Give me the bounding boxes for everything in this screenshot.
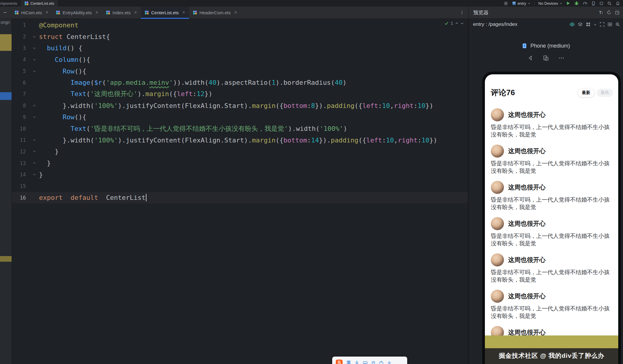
- code-line[interactable]: 16export default CenterList: [12, 192, 468, 203]
- fold-collapse-icon[interactable]: [29, 69, 39, 73]
- editor-tab-hicom-ets[interactable]: HiCom.ets×: [11, 7, 52, 18]
- settings-gear-icon[interactable]: [504, 1, 508, 6]
- inspection-widget[interactable]: 1: [444, 21, 464, 26]
- refresh-icon[interactable]: [607, 10, 611, 15]
- run-button[interactable]: [566, 1, 570, 5]
- voice-icon[interactable]: [355, 361, 359, 364]
- comment-avatar: [491, 108, 504, 121]
- rotate-ccw-icon[interactable]: [527, 55, 533, 61]
- sort-hottest-badge[interactable]: 最热: [597, 89, 613, 97]
- debug-button[interactable]: [574, 1, 579, 6]
- sort-newest-badge[interactable]: 最新: [578, 89, 594, 97]
- profiler-button[interactable]: [583, 1, 587, 6]
- orientation-icon[interactable]: [543, 55, 549, 61]
- code-line[interactable]: 12 }: [12, 146, 468, 158]
- line-number: 1: [12, 22, 29, 28]
- search-icon[interactable]: [607, 1, 612, 6]
- frame-icon[interactable]: [600, 22, 605, 27]
- window-file-tab[interactable]: CenterList.ets: [21, 0, 58, 7]
- more-options-icon[interactable]: [558, 55, 564, 61]
- ime-language-toggle[interactable]: 英: [346, 360, 351, 364]
- editor-tab-centerlist-ets[interactable]: CenterList.ets×: [141, 7, 189, 18]
- code-line[interactable]: 14}: [12, 169, 468, 181]
- zoom-in-icon[interactable]: [615, 22, 620, 27]
- code-line[interactable]: 8 }.width('100%').justifyContent(FlexAli…: [12, 100, 468, 112]
- code-line[interactable]: 3 build() {: [12, 42, 468, 54]
- layers-icon[interactable]: [578, 22, 583, 27]
- code-line[interactable]: 9 Row(){: [12, 112, 468, 123]
- ime-settings-gear-icon[interactable]: [387, 361, 391, 364]
- next-problem-chevron-down-icon[interactable]: [460, 22, 464, 25]
- fold-end-icon[interactable]: [29, 104, 39, 108]
- clipboard-icon[interactable]: [371, 361, 375, 364]
- ime-toolbar[interactable]: S 英: [332, 357, 407, 364]
- keyboard-icon[interactable]: [363, 361, 368, 364]
- stop-button[interactable]: [599, 1, 603, 5]
- comment-body-line: 没有盼头，我是觉: [491, 276, 613, 283]
- fold-collapse-icon[interactable]: [29, 35, 39, 39]
- close-tab-icon[interactable]: ×: [134, 10, 137, 15]
- notifications-icon[interactable]: [616, 1, 620, 6]
- comment-body-line: 没有盼头，我是觉: [491, 312, 613, 320]
- open-in-new-icon[interactable]: [615, 10, 619, 15]
- editor-tab-headercom-ets[interactable]: HeaderCom.ets×: [189, 7, 241, 18]
- code-editor[interactable]: 1@Component2struct CenterList{3 build() …: [12, 19, 468, 364]
- more-tabs-kebab-icon[interactable]: [460, 7, 464, 18]
- code-line[interactable]: 15: [12, 181, 468, 192]
- font-size-icon[interactable]: T↕: [599, 10, 603, 15]
- code-line[interactable]: 5 Row(){: [12, 65, 468, 77]
- code-line[interactable]: 1@Component: [12, 19, 468, 31]
- code-line[interactable]: 4 Column(){: [12, 54, 468, 65]
- code-line[interactable]: 6 Image($r('app.media.meinv')).width(40)…: [12, 77, 468, 88]
- phone-device-icon: [521, 43, 527, 49]
- title-bar: mponents CenterList.ets entry No Devices: [0, 0, 623, 7]
- comment-item[interactable]: 这周也很开心昏是非结不可吗，上一代人觉得不结婚不生小孩没有盼头，我是觉: [491, 108, 613, 138]
- toolbox-icon[interactable]: [379, 361, 383, 364]
- editor-tab-entryability-ets[interactable]: EntryAbility.ets×: [52, 7, 102, 18]
- close-tab-icon[interactable]: ×: [46, 10, 48, 15]
- fit-to-screen-icon[interactable]: [608, 22, 612, 27]
- grid-view-icon[interactable]: [586, 22, 591, 27]
- comment-item[interactable]: 这周也很开心昏是非结不可吗，上一代人觉得不结婚不生小孩没有盼头，我是觉: [491, 144, 613, 175]
- watermark-bar: 掘金技术社区 @ 我的div丢了肿么办: [485, 348, 618, 364]
- run-config-selector[interactable]: entry: [512, 1, 530, 6]
- inspect-eye-icon[interactable]: [569, 22, 575, 27]
- code-area[interactable]: 1@Component2struct CenterList{3 build() …: [12, 19, 468, 203]
- code-line[interactable]: 7 Text('这周也很开心').margin({left:12}): [12, 88, 468, 100]
- comment-head: 这周也很开心: [491, 289, 613, 303]
- line-number: 6: [12, 80, 29, 86]
- comment-avatar: [491, 217, 504, 230]
- fold-collapse-icon[interactable]: [29, 115, 39, 119]
- hide-toolwindow-icon[interactable]: [0, 7, 11, 18]
- comment-item[interactable]: 这周也很开心昏是非结不可吗，上一代人觉得不结婚不生小孩没有盼头，我是觉: [491, 216, 613, 247]
- attach-debugger-button[interactable]: [591, 1, 596, 6]
- project-panel-strip[interactable]: ongn: [0, 19, 12, 364]
- prev-problem-chevron-up-icon[interactable]: [455, 22, 458, 25]
- chevron-down-icon[interactable]: [594, 23, 597, 26]
- editor-tab-index-ets[interactable]: Index.ets×: [102, 7, 141, 18]
- code-line[interactable]: 11 }.width('100%').justifyContent(FlexAl…: [12, 134, 468, 146]
- comment-body: 昏是非结不可吗，上一代人觉得不结婚不生小孩没有盼头，我是觉: [491, 232, 613, 247]
- line-number: 15: [12, 183, 29, 189]
- fold-collapse-icon[interactable]: [29, 58, 39, 62]
- comment-title: 这周也很开心: [508, 256, 546, 264]
- close-tab-icon[interactable]: ×: [182, 10, 185, 15]
- ets-file-icon: [193, 10, 197, 15]
- close-tab-icon[interactable]: ×: [234, 10, 237, 15]
- close-tab-icon[interactable]: ×: [95, 10, 98, 15]
- comment-item[interactable]: 这周也很开心昏是非结不可吗，上一代人觉得不结婚不生小孩没有盼头，我是觉: [491, 180, 613, 211]
- fold-end-icon[interactable]: [29, 150, 39, 153]
- fold-end-icon[interactable]: [29, 173, 39, 177]
- comment-item[interactable]: 这周也很开心昏是非结不可吗，上一代人觉得不结婚不生小孩没有盼头，我是觉: [491, 253, 613, 283]
- fold-end-icon[interactable]: [29, 138, 39, 142]
- code-line[interactable]: 2struct CenterList{: [12, 31, 468, 43]
- code-text: }: [39, 148, 468, 155]
- code-line[interactable]: 10 Text('昏是非结不可吗，上一代人觉得不结婚不生小孩没有盼头，我是觉')…: [12, 123, 468, 134]
- toolbar-divider: [534, 1, 535, 5]
- comment-item[interactable]: 这周也很开心昏是非结不可吗，上一代人觉得不结婚不生小孩没有盼头，我是觉: [491, 289, 613, 320]
- fold-end-icon[interactable]: [29, 161, 39, 165]
- line-number: 9: [12, 114, 29, 120]
- fold-collapse-icon[interactable]: [29, 46, 39, 50]
- code-line[interactable]: 13 }: [12, 157, 468, 169]
- device-selector[interactable]: No Devices: [538, 1, 562, 6]
